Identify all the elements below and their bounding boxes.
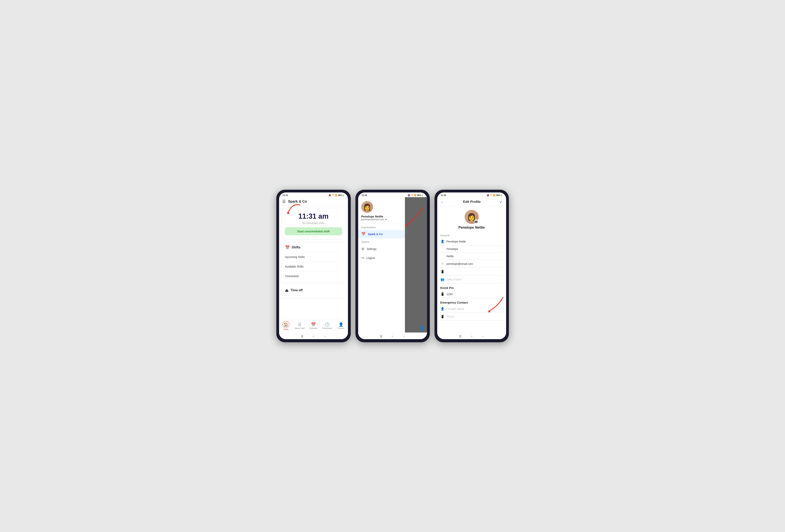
email-input[interactable] — [447, 262, 503, 265]
sys-home-btn[interactable]: ○ — [311, 334, 316, 338]
home-icon: 🏠 — [283, 322, 288, 327]
org-name: Spark & Co — [368, 233, 383, 236]
kiosk-pin-input[interactable] — [447, 293, 503, 296]
phone-field: 📱 — [440, 268, 503, 275]
people-bottom-icon: 👤 — [420, 326, 425, 330]
last-name-field — [440, 253, 503, 260]
first-name-field — [440, 245, 503, 253]
sys-home-btn-2[interactable]: ○ — [390, 334, 395, 338]
nav-newsfeed[interactable]: ☰ News Feed — [295, 322, 305, 329]
shifts-title: Shifts — [292, 246, 300, 249]
timeoff-title: Time off — [290, 289, 303, 292]
shifts-section: 📅 Shifts Upcoming Shifts Available Shift… — [282, 242, 345, 283]
bottom-nav-1: 🏠 Home ☰ News Feed 📅 Schedule 🕐 Timeshee… — [279, 319, 348, 332]
no-shifts-text: No scheduled shifts — [285, 221, 342, 224]
settings-icon: ⚙ — [361, 247, 364, 251]
profile-edit-section: 👩 📷 Penelope Nettle — [437, 207, 506, 232]
timeoff-header: ⏏ Time off — [285, 288, 342, 293]
sys-back-btn[interactable]: ‹ — [323, 334, 327, 338]
app-title: Spark & Co — [288, 200, 307, 204]
phone-3: 11:32 🔇 📍 📶 96%🔋 ← Edit Profile ✓ 👩 📷 Pe… — [434, 190, 509, 342]
drawer-profile: 👩 Penelope Nettle penelope@email.com ▼ — [358, 197, 405, 224]
logout-item[interactable]: ↪ Logout — [358, 254, 405, 263]
phone-input[interactable] — [447, 270, 503, 273]
save-check-button[interactable]: ✓ — [500, 200, 503, 204]
org-icon: 📅 — [361, 232, 365, 236]
full-name-input[interactable] — [447, 240, 503, 243]
status-bar-2: 11:32 🔇 📍 📶 96%🔋 — [358, 192, 427, 197]
nav-schedule[interactable]: 📅 Schedule — [308, 322, 319, 329]
edit-profile-name: Penelope Nettle — [458, 225, 485, 230]
contact-name-input[interactable] — [447, 307, 503, 311]
hamburger-menu-icon[interactable]: ☰ — [282, 199, 286, 204]
nav-people[interactable]: 👤 People — [336, 322, 346, 329]
contact-phone-field: 📱 — [440, 313, 503, 321]
kiosk-pin-field: 📱 — [440, 290, 503, 298]
status-time-3: 11:32 — [441, 194, 446, 196]
app-header: ☰ Spark & Co — [279, 197, 348, 206]
nav-home[interactable]: 🏠 Home — [281, 321, 291, 330]
sys-back-btn-3[interactable]: ‹ — [481, 334, 485, 338]
edit-profile-title: Edit Profile — [463, 200, 481, 204]
back-button[interactable]: ← — [440, 200, 444, 204]
profile-avatar-2: 👩 — [361, 201, 373, 213]
contact-phone-input[interactable] — [447, 315, 503, 318]
status-time-1: 11:31 — [283, 194, 288, 196]
home-label: Home — [283, 328, 288, 330]
dropdown-arrow[interactable]: ▼ — [385, 218, 387, 221]
options-label: Options — [358, 238, 405, 244]
phone-2: 11:32 🔇 📍 📶 96%🔋 👩 Penelope Nettle pene — [355, 190, 430, 342]
sys-back-btn-2[interactable]: ‹ — [402, 334, 406, 338]
contact-name-field: 👤 — [440, 305, 503, 313]
kiosk-pin-section-label: Kiosk Pin — [440, 284, 503, 290]
people-label: People — [338, 327, 344, 329]
camera-badge-icon[interactable]: 📷 — [474, 219, 478, 223]
nav-timesheets[interactable]: 🕐 Timesheets — [322, 322, 332, 329]
spark-co-org-item[interactable]: 📅 Spark & Co — [358, 230, 405, 238]
drawer-panel: 👩 Penelope Nettle penelope@email.com ▼ O… — [358, 197, 405, 332]
sys-menu-btn-2[interactable]: ||| — [379, 334, 383, 338]
schedule-icon: 📅 — [311, 322, 316, 327]
people-icon: 👤 — [338, 322, 344, 327]
emergency-contact-section-label: Emergency Contact — [440, 298, 503, 305]
timeoff-icon: ⏏ — [285, 288, 289, 293]
time-card: 11:31 am No scheduled shifts Start unsch… — [282, 208, 345, 239]
timesheets-item[interactable]: Timesheets — [285, 273, 342, 280]
timeoff-section: ⏏ Time off — [282, 285, 345, 298]
upcoming-shifts-item[interactable]: Upcoming Shifts — [285, 254, 342, 261]
sys-home-btn-3[interactable]: ○ — [470, 334, 474, 338]
start-shift-button[interactable]: Start unscheduled shift — [285, 227, 342, 235]
overlay-dark — [405, 197, 427, 324]
sys-menu-btn-3[interactable]: ||| — [458, 334, 462, 338]
general-section-label: General — [440, 232, 503, 238]
logout-label: Logout — [366, 257, 375, 260]
edit-avatar-wrap: 👩 📷 — [465, 210, 479, 224]
status-bar-1: 11:31 🔇 📍 📶 96%🔋 — [279, 192, 348, 197]
status-icons-2: 🔇 📍 📶 96%🔋 — [408, 194, 423, 196]
shifts-header: 📅 Shifts — [285, 245, 342, 250]
settings-label: Settings — [367, 247, 377, 250]
sys-nav-1: ||| ○ ‹ — [279, 332, 348, 339]
newsfeed-icon: ☰ — [298, 322, 301, 327]
sys-menu-btn[interactable]: ||| — [300, 334, 304, 338]
current-time: 11:31 am — [285, 212, 342, 220]
schedule-label: Schedule — [309, 327, 318, 329]
last-name-input[interactable] — [447, 255, 503, 258]
contact-phone-icon: 📱 — [440, 315, 445, 318]
shifts-icon: 📅 — [285, 245, 290, 250]
phone-1: 11:31 🔇 📍 📶 96%🔋 ☰ Spark & Co 11:31 am N… — [276, 190, 351, 342]
sys-nav-2: ||| ○ ‹ — [358, 332, 427, 339]
first-name-input[interactable] — [447, 247, 503, 250]
screen-1: 11:31 🔇 📍 📶 96%🔋 ☰ Spark & Co 11:31 am N… — [279, 192, 348, 339]
status-icons-3: 🔇 📍 📶 96%🔋 — [487, 194, 502, 196]
overlay-area: 👤 — [405, 197, 427, 332]
dob-field: 👥 — [440, 275, 503, 284]
dob-icon: 👥 — [440, 277, 445, 281]
status-icons-1: 🔇 📍 📶 96%🔋 — [329, 194, 344, 196]
screen-3: 11:32 🔇 📍 📶 96%🔋 ← Edit Profile ✓ 👩 📷 Pe… — [437, 192, 506, 339]
dob-input[interactable] — [447, 278, 503, 281]
available-shifts-item[interactable]: Available Shifts — [285, 263, 342, 270]
settings-item[interactable]: ⚙ Settings — [358, 244, 405, 254]
timesheets-label: Timesheets — [322, 327, 332, 329]
profile-email: penelope@email.com — [361, 218, 384, 221]
